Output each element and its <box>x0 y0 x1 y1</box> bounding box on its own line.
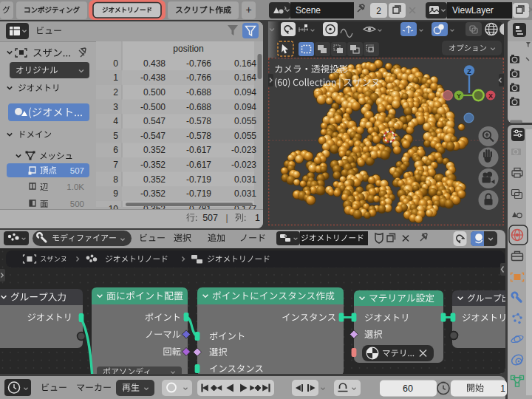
svg-text:-0.766: -0.766 <box>186 72 211 83</box>
svg-text:2: 2 <box>113 87 118 98</box>
svg-text:0.055: 0.055 <box>234 131 256 141</box>
svg-text:1.0K: 1.0K <box>66 183 84 191</box>
svg-text:0.352: 0.352 <box>143 145 166 155</box>
svg-text:-0.500: -0.500 <box>140 102 166 112</box>
svg-text:9: 9 <box>113 188 118 199</box>
svg-text:6: 6 <box>113 145 118 155</box>
svg-text:-0.438: -0.438 <box>140 72 166 83</box>
svg-text:Scene: Scene <box>296 5 321 16</box>
svg-text:507: 507 <box>70 166 84 175</box>
svg-text:0.055: 0.055 <box>234 116 256 126</box>
svg-text:507: 507 <box>202 213 218 223</box>
svg-text:-0.719: -0.719 <box>186 188 211 199</box>
svg-text:-0.617: -0.617 <box>186 145 211 155</box>
svg-text:-0.352: -0.352 <box>140 188 166 199</box>
svg-text:7: 7 <box>113 160 118 170</box>
svg-text:Z: Z <box>467 68 471 75</box>
svg-text:0.438: 0.438 <box>143 58 166 69</box>
svg-text:0.031: 0.031 <box>234 188 256 199</box>
svg-text:0.031: 0.031 <box>234 174 256 185</box>
svg-text:4: 4 <box>113 116 118 126</box>
svg-text:+: + <box>245 4 251 16</box>
svg-text:500: 500 <box>70 200 84 208</box>
svg-text:1: 1 <box>500 383 505 394</box>
svg-text:-0.617: -0.617 <box>186 160 211 170</box>
svg-text:0.547: 0.547 <box>143 116 166 126</box>
svg-text:3: 3 <box>113 102 118 112</box>
svg-text:60: 60 <box>403 383 413 394</box>
svg-text:0.094: 0.094 <box>234 87 256 98</box>
svg-text:0.164: 0.164 <box>234 58 256 69</box>
svg-text:-0.023: -0.023 <box>231 160 256 170</box>
svg-text:0: 0 <box>113 58 118 69</box>
svg-text:X: X <box>488 92 493 100</box>
svg-text:-0.578: -0.578 <box>186 131 211 141</box>
svg-text:-0.352: -0.352 <box>140 160 166 170</box>
svg-text:Y: Y <box>457 92 461 100</box>
svg-text:8: 8 <box>113 174 118 185</box>
svg-text:0.500: 0.500 <box>143 87 166 98</box>
svg-text:ViewLayer: ViewLayer <box>452 5 494 16</box>
svg-text:0.094: 0.094 <box>234 102 256 112</box>
svg-text:-0.766: -0.766 <box>186 58 211 69</box>
svg-text:0.164: 0.164 <box>234 72 256 83</box>
svg-text:1: 1 <box>255 213 260 223</box>
svg-text:-0.688: -0.688 <box>186 87 211 98</box>
svg-text:|: | <box>225 213 228 223</box>
svg-text:2: 2 <box>376 6 381 16</box>
svg-text:-0.547: -0.547 <box>140 131 166 141</box>
svg-text:position: position <box>173 44 203 54</box>
svg-text:-0.023: -0.023 <box>231 145 256 155</box>
svg-text:0.352: 0.352 <box>143 174 166 185</box>
svg-text:-0.719: -0.719 <box>186 174 211 185</box>
svg-text:1: 1 <box>113 72 118 83</box>
svg-text:-0.688: -0.688 <box>186 102 211 112</box>
svg-text:-0.578: -0.578 <box>186 116 211 126</box>
svg-text:5: 5 <box>113 131 118 141</box>
